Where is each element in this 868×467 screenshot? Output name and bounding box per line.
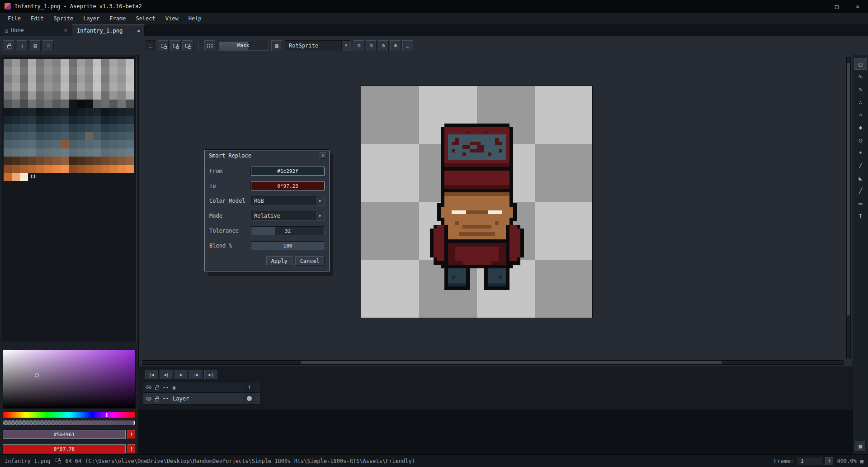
palette-swatch[interactable] bbox=[52, 116, 61, 124]
vertical-scrollbar[interactable] bbox=[846, 57, 851, 358]
pencil-tool-button[interactable]: ✎ bbox=[854, 83, 867, 95]
palette-swatch[interactable] bbox=[52, 67, 61, 75]
palette-swatch[interactable] bbox=[36, 124, 44, 132]
palette-swatch[interactable] bbox=[12, 157, 20, 165]
palette-swatch[interactable] bbox=[52, 165, 61, 173]
palette-swatch[interactable] bbox=[69, 91, 77, 100]
palette-swatch[interactable] bbox=[118, 165, 126, 173]
palette-swatch[interactable] bbox=[28, 83, 36, 91]
palette-swatch[interactable] bbox=[93, 83, 101, 91]
palette-swatch[interactable] bbox=[12, 59, 20, 67]
eyedropper-tool-button[interactable]: ◆ bbox=[854, 121, 867, 133]
background-color-button[interactable]: 0°97.76 bbox=[3, 444, 126, 453]
grid-settings-button[interactable]: ▦ bbox=[271, 40, 282, 51]
grid-icon[interactable]: ▦ bbox=[860, 458, 863, 464]
palette-swatch[interactable] bbox=[61, 157, 69, 165]
palette-swatch[interactable] bbox=[118, 91, 126, 100]
layer-visibility-icon[interactable] bbox=[146, 397, 151, 400]
palette-swatch[interactable] bbox=[85, 83, 93, 91]
menu-layer[interactable]: Layer bbox=[78, 14, 104, 24]
palette-swatch[interactable] bbox=[61, 148, 69, 157]
palette-swatch[interactable] bbox=[118, 108, 126, 116]
palette-swatch[interactable] bbox=[69, 83, 77, 91]
palette-swatch[interactable] bbox=[118, 59, 126, 67]
palette-swatch[interactable] bbox=[69, 148, 77, 157]
palette-lock-button[interactable] bbox=[4, 40, 14, 51]
minimize-button[interactable]: – bbox=[806, 0, 826, 13]
palette-swatch[interactable] bbox=[44, 140, 52, 148]
palette-swatch[interactable] bbox=[28, 157, 36, 165]
rectangle-tool-button[interactable]: ▭ bbox=[854, 197, 867, 209]
palette-swatch[interactable] bbox=[85, 132, 93, 140]
palette-swatch[interactable] bbox=[85, 91, 93, 100]
palette-swatch[interactable] bbox=[118, 83, 126, 91]
palette-swatch[interactable] bbox=[28, 75, 36, 83]
palette-swatch[interactable] bbox=[44, 108, 52, 116]
next-frame-button[interactable]: |▶ bbox=[189, 370, 203, 380]
palette-swatch[interactable] bbox=[52, 108, 61, 116]
palette-swatch[interactable] bbox=[85, 67, 93, 75]
palette-swatch[interactable] bbox=[20, 140, 28, 148]
palette-swatch[interactable] bbox=[126, 100, 134, 108]
palette-swatch[interactable] bbox=[85, 140, 93, 148]
prev-frame-button[interactable]: ◀| bbox=[160, 370, 173, 380]
dialog-close-button[interactable]: × bbox=[320, 152, 326, 159]
foreground-color-button[interactable]: #5a4961 bbox=[3, 430, 126, 439]
palette-swatch[interactable] bbox=[12, 108, 20, 116]
palette-swatch[interactable] bbox=[44, 116, 52, 124]
palette-swatch[interactable] bbox=[44, 124, 52, 132]
palette-swatch[interactable] bbox=[118, 140, 126, 148]
palette-swatch[interactable] bbox=[101, 75, 109, 83]
menu-help[interactable]: Help bbox=[184, 14, 207, 24]
continuous-icon[interactable]: •• bbox=[163, 385, 169, 390]
palette-swatch[interactable] bbox=[101, 165, 109, 173]
palette-swatch[interactable] bbox=[85, 124, 93, 132]
palette-swatch[interactable] bbox=[20, 157, 28, 165]
palette-swatch[interactable] bbox=[77, 83, 85, 91]
palette-swatch[interactable] bbox=[93, 140, 101, 148]
palette-swatch[interactable] bbox=[126, 67, 134, 75]
palette-swatch[interactable] bbox=[93, 148, 101, 157]
palette-swatch[interactable] bbox=[126, 91, 134, 100]
palette-swatch[interactable] bbox=[4, 75, 12, 83]
palette-swatch[interactable] bbox=[12, 140, 20, 148]
palette-swatch[interactable] bbox=[44, 91, 52, 100]
palette-swatch[interactable] bbox=[61, 140, 69, 148]
palette-swatch[interactable] bbox=[36, 165, 44, 173]
palette-presets-button[interactable]: ▤ bbox=[30, 40, 41, 51]
layer-row[interactable]: •• Layer bbox=[143, 393, 260, 405]
line-tool-button[interactable]: ╱ bbox=[854, 185, 867, 196]
palette-swatch[interactable] bbox=[85, 100, 93, 108]
palette-swatch[interactable] bbox=[36, 83, 44, 91]
menu-select[interactable]: Select bbox=[131, 14, 160, 24]
visibility-column-icon[interactable] bbox=[146, 386, 151, 389]
palette-swatch[interactable] bbox=[36, 91, 44, 100]
palette-swatch[interactable] bbox=[28, 108, 36, 116]
palette-swatch[interactable] bbox=[101, 83, 109, 91]
palette-swatch[interactable] bbox=[93, 75, 101, 83]
paint-bucket-tool-button[interactable]: ◣ bbox=[854, 172, 867, 184]
palette-swatch[interactable] bbox=[36, 157, 44, 165]
palette-swatch[interactable] bbox=[85, 116, 93, 124]
slice-tool-button[interactable]: / bbox=[854, 159, 867, 171]
dialog-titlebar[interactable]: Smart Replace × bbox=[205, 150, 329, 161]
palette-swatch[interactable] bbox=[93, 116, 101, 124]
palette-swatch[interactable] bbox=[20, 124, 28, 132]
palette-swatch[interactable] bbox=[52, 157, 61, 165]
palette-swatch[interactable] bbox=[69, 67, 77, 75]
palette-swatch[interactable] bbox=[36, 108, 44, 116]
palette-swatch[interactable] bbox=[44, 157, 52, 165]
blend-slider[interactable]: 100 bbox=[251, 241, 325, 250]
palette-swatch[interactable] bbox=[126, 165, 134, 173]
color-model-dropdown[interactable]: RGB ▼ bbox=[251, 196, 325, 206]
palette-swatch[interactable] bbox=[85, 157, 93, 165]
palette-swatch[interactable] bbox=[101, 108, 109, 116]
to-color-button[interactable]: 0°97.23 bbox=[251, 181, 325, 191]
palette-swatch[interactable] bbox=[20, 173, 28, 181]
palette-swatch[interactable] bbox=[109, 67, 118, 75]
foreground-palette-warning-button[interactable]: ! bbox=[127, 430, 136, 439]
palette-swatch[interactable] bbox=[20, 83, 28, 91]
cel-frame-1[interactable] bbox=[244, 393, 255, 404]
alpha-marker[interactable] bbox=[133, 421, 135, 424]
eraser-tool-button[interactable]: ▱ bbox=[854, 109, 867, 120]
